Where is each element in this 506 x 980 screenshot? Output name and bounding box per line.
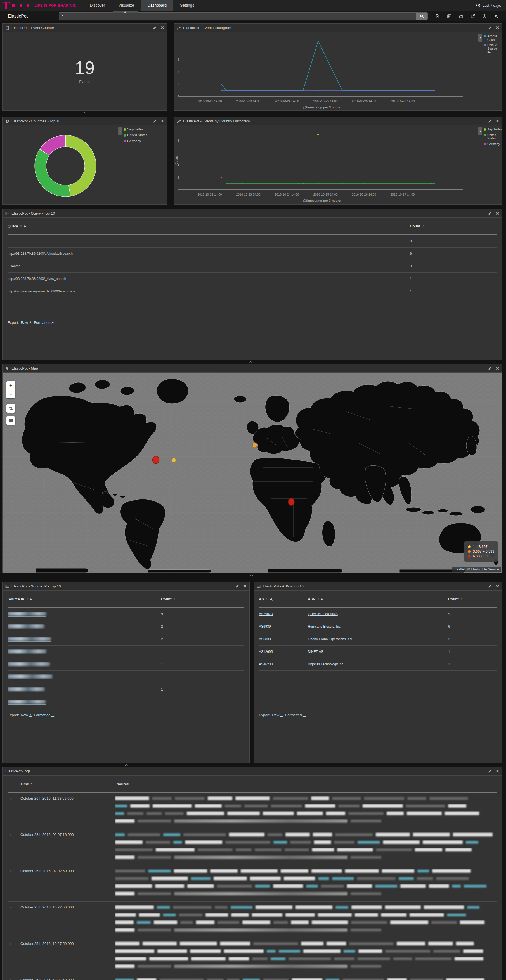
zoom-in-button[interactable]: + [6,381,15,390]
table-row[interactable]: AS46230Dignitas Technology Inc1 [259,658,497,671]
source-ip-link[interactable] [8,700,46,705]
share-icon[interactable] [467,12,479,20]
export-formatted-link[interactable]: Formatted [34,320,54,325]
remove-panel-button[interactable] [243,584,247,588]
source-ip-link[interactable] [8,675,52,679]
count-column-header[interactable]: Count [161,597,244,601]
remove-panel-button[interactable] [496,366,499,370]
source-ip-link[interactable] [8,637,51,642]
table-row[interactable]: 1 [8,646,244,658]
asn-link[interactable]: Dignitas Technology Inc [308,662,343,666]
asn-link[interactable]: Hurricane Electric, Inc. [308,625,342,628]
edit-panel-button[interactable] [488,584,492,588]
row-collapse-button[interactable] [123,763,130,767]
as-link[interactable]: AS12695 [259,650,273,654]
asn-column-header[interactable]: ASN [308,597,448,601]
remove-panel-button[interactable] [496,212,499,215]
fit-bounds-button[interactable] [6,404,15,413]
expand-row-button[interactable] [8,942,21,945]
open-search-icon[interactable] [455,12,467,20]
remove-panel-button[interactable] [496,26,499,30]
source-ip-link[interactable] [8,687,45,692]
as-column-header[interactable]: AS [259,597,308,601]
table-row[interactable]: AS6830Liberty Global Operations B.V.2 [259,633,497,646]
remove-panel-button[interactable] [496,119,499,123]
table-row[interactable]: /_search3 [8,260,497,273]
table-row[interactable]: AS6939Hurricane Electric, Inc.6 [259,620,497,633]
nav-tab-dashboard[interactable]: Dashboard [141,0,174,11]
table-row[interactable]: 2 [8,620,244,633]
remove-panel-button[interactable] [161,119,164,123]
legend-item[interactable]: Germany [124,139,167,143]
export-formatted-link[interactable]: Formatted [34,713,54,717]
legend-collapse-tab[interactable] [478,34,482,41]
remove-panel-button[interactable] [161,26,164,30]
zoom-out-button[interactable]: − [6,390,15,398]
source-column-header[interactable]: _source [115,782,129,786]
expand-row-button[interactable] [8,796,21,800]
nav-tab-discover[interactable]: Discover [83,0,112,11]
query-column-header[interactable]: Query [8,224,410,228]
source-ip-link[interactable] [8,662,50,667]
table-row[interactable]: http://multiserver.my-wan.de:9200/favico… [8,285,497,298]
expand-row-button[interactable] [8,869,21,872]
count-column-header[interactable]: Count [448,597,497,601]
new-search-icon[interactable] [432,12,444,20]
edit-panel-button[interactable] [235,584,239,588]
table-row[interactable]: 1 [8,658,244,671]
asn-link[interactable]: Liberty Global Operations B.V. [308,637,353,641]
expand-row-button[interactable] [8,978,21,980]
expand-row-button[interactable] [8,905,21,909]
export-formatted-link[interactable]: Formatted [285,713,306,717]
asn-link[interactable]: DINET-AS [308,650,323,654]
edit-panel-button[interactable] [488,26,492,30]
row-collapse-button[interactable] [247,360,254,364]
edit-panel-button[interactable] [488,366,492,370]
table-row[interactable]: 2 [8,633,244,646]
export-raw-link[interactable]: Raw [21,320,32,325]
remove-panel-button[interactable] [496,584,499,588]
row-collapse-button[interactable] [80,111,88,115]
as-link[interactable]: AS6939 [259,625,271,628]
legend-item[interactable]: United States [124,134,167,137]
legend-item[interactable]: Unique Source IPs [484,43,502,54]
count-column-header[interactable]: Count [410,224,497,228]
search-button[interactable] [416,12,428,20]
source-ip-column-header[interactable]: Source IP [8,597,161,601]
export-raw-link[interactable]: Raw [272,713,284,717]
options-icon[interactable] [490,12,502,20]
table-row[interactable]: 1 [8,683,244,696]
export-raw-link[interactable]: Raw [21,713,32,717]
edit-panel-button[interactable] [488,769,492,773]
as-link[interactable]: AS46230 [259,662,273,666]
as-link[interactable]: AS6830 [259,637,271,641]
legend-item[interactable]: Access Count [484,34,502,41]
as-link[interactable]: AS29073 [259,612,273,616]
edit-panel-button[interactable] [488,212,492,215]
edit-panel-button[interactable] [153,119,156,123]
save-search-icon[interactable] [444,12,455,20]
draw-filter-button[interactable] [6,416,15,425]
legend-item[interactable]: Seychelles [124,128,167,132]
querybar-collapse-tab[interactable] [113,11,137,13]
add-panel-icon[interactable] [479,12,490,20]
legend-collapse-tab[interactable] [118,127,122,135]
time-picker[interactable]: Last 7 days [476,3,506,8]
table-row[interactable]: AS12695DINET-AS1 [259,646,497,658]
table-row[interactable]: 1 [8,696,244,708]
remove-panel-button[interactable] [496,769,499,773]
legend-item[interactable]: United States [484,133,502,140]
source-ip-link[interactable] [8,624,44,629]
edit-panel-button[interactable] [488,119,492,123]
table-row[interactable]: AS29073QUASINETWORKS9 [259,608,497,620]
legend-item[interactable]: Seychelles [484,128,502,131]
asn-link[interactable]: QUASINETWORKS [308,612,338,616]
source-ip-link[interactable] [8,611,46,617]
row-collapse-button[interactable] [248,574,255,578]
source-ip-link[interactable] [8,649,46,654]
world-map[interactable]: + − 1 – 3.6673.667 – 6.3336.333 – 9 Leaf… [3,373,502,573]
time-column-header[interactable]: Time [8,782,115,786]
table-row[interactable]: http://93.228.70.86:9200/../bin/elastics… [8,248,497,260]
edit-panel-button[interactable] [153,26,156,30]
table-row[interactable]: 8 [8,235,497,248]
